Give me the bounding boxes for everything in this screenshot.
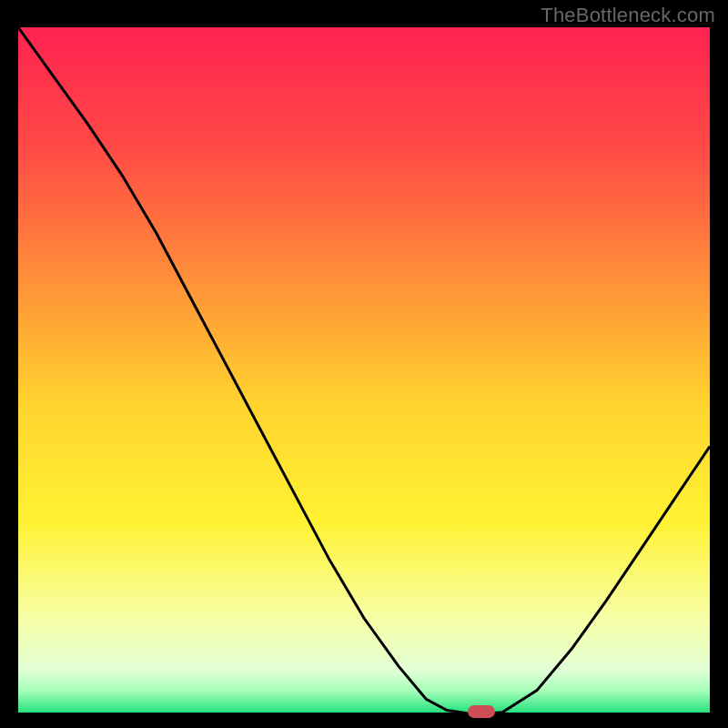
plot-area	[18, 27, 710, 714]
chart-background	[18, 27, 710, 714]
watermark-text: TheBottleneck.com	[541, 4, 715, 27]
chart-frame: TheBottleneck.com	[0, 0, 728, 728]
chart-svg	[18, 27, 710, 714]
optimal-marker	[468, 705, 495, 718]
